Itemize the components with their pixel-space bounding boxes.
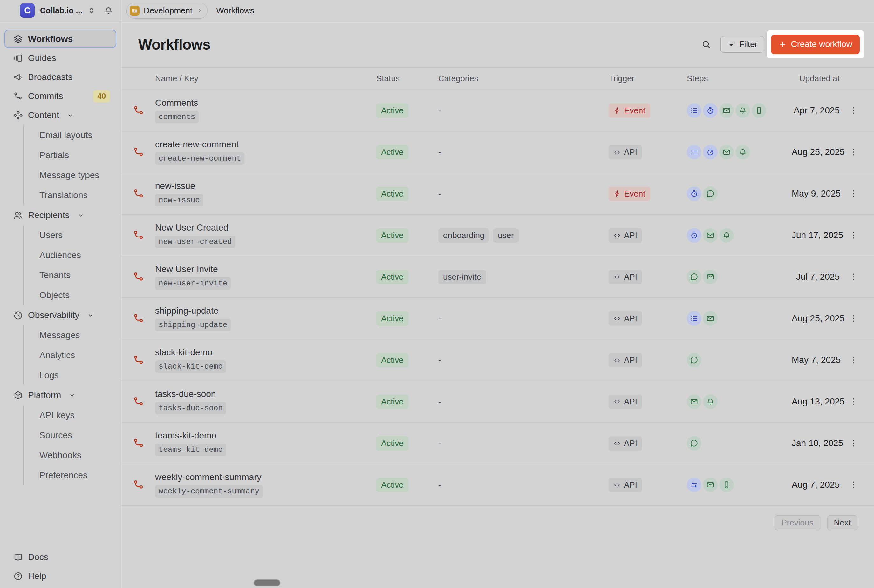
row-menu-button[interactable] bbox=[844, 438, 863, 448]
status-badge: Active bbox=[376, 478, 408, 492]
sidebar-item-observability[interactable]: Observability bbox=[5, 306, 116, 324]
org-logo[interactable]: C bbox=[20, 3, 35, 18]
horizontal-scrollbar-thumb[interactable] bbox=[254, 579, 280, 586]
workflow-name: create-new-comment bbox=[155, 140, 376, 150]
main-content: Workflows Filter Create workflow Name / … bbox=[121, 21, 874, 588]
sidebar-item-content[interactable]: Content bbox=[5, 106, 116, 124]
status-badge: Active bbox=[376, 187, 408, 201]
sidebar-item-label: Guides bbox=[28, 53, 56, 63]
commit-icon bbox=[133, 396, 144, 407]
step-list-icon bbox=[687, 145, 701, 159]
sidebar-item-messages[interactable]: Messages bbox=[24, 325, 121, 345]
row-menu-button[interactable] bbox=[844, 106, 863, 115]
sidebar-nav: WorkflowsGuidesBroadcastsCommits40Conten… bbox=[0, 21, 121, 547]
workflow-key: tasks-due-soon bbox=[155, 402, 226, 414]
updated-at: May 9, 2025 bbox=[792, 189, 844, 199]
sidebar-item-recipients[interactable]: Recipients bbox=[5, 206, 116, 224]
step-chat-icon bbox=[687, 353, 701, 368]
code-icon bbox=[614, 398, 621, 405]
commit-icon bbox=[133, 271, 144, 283]
category-badge: user-invite bbox=[438, 270, 486, 284]
step-timer-icon bbox=[687, 228, 701, 243]
commit-icon bbox=[133, 438, 144, 449]
row-menu-button[interactable] bbox=[844, 355, 863, 365]
table-row[interactable]: tasks-due-soontasks-due-soonActive-APIAu… bbox=[121, 381, 874, 423]
table-row[interactable]: New User Invitenew-user-inviteActiveuser… bbox=[121, 256, 874, 298]
notifications-button[interactable] bbox=[104, 6, 113, 15]
workflow-key: new-user-invite bbox=[155, 277, 231, 290]
table-row[interactable]: create-new-commentcreate-new-commentActi… bbox=[121, 132, 874, 173]
table-row[interactable]: shipping-updateshipping-updateActive-API… bbox=[121, 298, 874, 339]
table-row[interactable]: slack-kit-demoslack-kit-demoActive-APIMa… bbox=[121, 339, 874, 381]
sidebar-item-broadcasts[interactable]: Broadcasts bbox=[5, 68, 116, 86]
sidebar-item-commits[interactable]: Commits40 bbox=[5, 87, 116, 105]
sidebar-children-content: Email layoutsPartialsMessage typesTransl… bbox=[23, 125, 121, 205]
workspace-select-button[interactable] bbox=[87, 6, 96, 15]
create-workflow-button[interactable]: Create workflow bbox=[771, 34, 860, 54]
row-menu-button[interactable] bbox=[844, 314, 863, 323]
step-bell-icon bbox=[703, 394, 718, 409]
sidebar-item-users[interactable]: Users bbox=[24, 225, 121, 245]
filter-button[interactable]: Filter bbox=[721, 36, 764, 53]
trigger-badge-api: API bbox=[609, 228, 642, 243]
workflow-icon bbox=[133, 479, 155, 490]
row-menu-button[interactable] bbox=[844, 189, 863, 198]
sidebar-item-help[interactable]: Help bbox=[5, 567, 116, 585]
sidebar-item-guides[interactable]: Guides bbox=[5, 49, 116, 67]
table-row[interactable]: teams-kit-demoteams-kit-demoActive-APIJa… bbox=[121, 423, 874, 464]
sidebar-item-api-keys[interactable]: API keys bbox=[24, 405, 121, 425]
updated-at: Jul 7, 2025 bbox=[792, 272, 844, 282]
email-icon bbox=[722, 148, 731, 156]
next-button[interactable]: Next bbox=[827, 515, 857, 530]
sidebar-item-analytics[interactable]: Analytics bbox=[24, 345, 121, 365]
filter-label: Filter bbox=[739, 39, 758, 49]
sidebar-item-tenants[interactable]: Tenants bbox=[24, 265, 121, 285]
row-menu-button[interactable] bbox=[844, 231, 863, 240]
row-menu-button[interactable] bbox=[844, 397, 863, 406]
empty-categories: - bbox=[438, 355, 441, 365]
kebab-icon bbox=[849, 189, 859, 198]
commit-icon bbox=[133, 188, 144, 200]
row-menu-button[interactable] bbox=[844, 147, 863, 157]
zap-icon bbox=[614, 190, 621, 198]
sidebar-item-audiences[interactable]: Audiences bbox=[24, 245, 121, 265]
bell-icon bbox=[706, 398, 715, 406]
table-row[interactable]: CommentscommentsActive-EventApr 7, 2025 bbox=[121, 90, 874, 132]
row-menu-button[interactable] bbox=[844, 480, 863, 490]
sidebar-item-platform[interactable]: Platform bbox=[5, 386, 116, 404]
table-row[interactable]: weekly-comment-summaryweekly-comment-sum… bbox=[121, 464, 874, 506]
folder-icon bbox=[131, 7, 138, 14]
sidebar-item-docs[interactable]: Docs bbox=[5, 548, 116, 566]
chat-icon bbox=[706, 189, 715, 198]
previous-button[interactable]: Previous bbox=[775, 515, 820, 530]
workflow-key: teams-kit-demo bbox=[155, 444, 226, 456]
sidebar-item-objects[interactable]: Objects bbox=[24, 285, 121, 305]
environment-selector[interactable]: Development bbox=[126, 3, 208, 19]
sidebar-children-observability: MessagesAnalyticsLogs bbox=[23, 325, 121, 385]
status-badge: Active bbox=[376, 270, 408, 284]
chat-icon bbox=[690, 273, 698, 281]
table-row[interactable]: new-issuenew-issueActive-EventMay 9, 202… bbox=[121, 173, 874, 214]
workflow-name: New User Invite bbox=[155, 264, 376, 274]
sidebar-item-preferences[interactable]: Preferences bbox=[24, 465, 121, 485]
workflow-icon bbox=[133, 105, 155, 116]
sidebar-item-message-types[interactable]: Message types bbox=[24, 165, 121, 185]
sidebar-item-webhooks[interactable]: Webhooks bbox=[24, 445, 121, 465]
sidebar-item-sources[interactable]: Sources bbox=[24, 425, 121, 445]
table-search-button[interactable] bbox=[701, 40, 711, 49]
kebab-icon bbox=[849, 397, 859, 406]
sidebar-item-email-layouts[interactable]: Email layouts bbox=[24, 125, 121, 145]
step-list-icon bbox=[687, 103, 701, 118]
sidebar-item-workflows[interactable]: Workflows bbox=[5, 30, 116, 48]
trigger-badge-api: API bbox=[609, 145, 642, 159]
sidebar-item-logs[interactable]: Logs bbox=[24, 365, 121, 385]
kebab-icon bbox=[849, 106, 859, 115]
plus-icon bbox=[778, 40, 787, 49]
commit-icon bbox=[133, 105, 144, 116]
table-row[interactable]: New User Creatednew-user-createdActiveon… bbox=[121, 214, 874, 256]
row-menu-button[interactable] bbox=[844, 272, 863, 282]
chevdown-icon bbox=[87, 312, 94, 319]
trigger-badge-api: API bbox=[609, 353, 642, 368]
sidebar-item-translations[interactable]: Translations bbox=[24, 185, 121, 205]
sidebar-item-partials[interactable]: Partials bbox=[24, 145, 121, 165]
